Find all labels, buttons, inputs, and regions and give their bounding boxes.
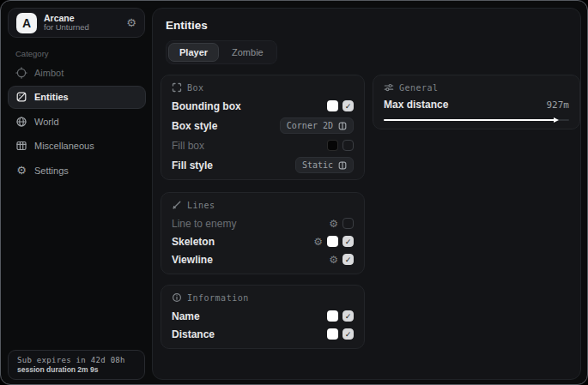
setting-label: Max distance (384, 99, 448, 111)
sliders-icon (384, 82, 394, 93)
sidebar-item-entities[interactable]: Entities (8, 86, 146, 109)
header-gear-icon[interactable]: ⚙ (126, 16, 136, 29)
color-swatch[interactable] (327, 236, 338, 247)
setting-row-viewline: Viewline ⚙ (172, 250, 354, 268)
sub-expiry-text: Sub expires in 42d 08h (17, 356, 136, 364)
setting-label: Skeleton (172, 236, 215, 248)
subscription-box: Sub expires in 42d 08h session duration … (8, 350, 145, 380)
section-title: Lines (187, 201, 215, 210)
tab-zombie[interactable]: Zombie (221, 43, 275, 62)
setting-row-name: Name (172, 307, 354, 325)
frame-corners-icon (172, 82, 182, 93)
tab-player[interactable]: Player (168, 43, 219, 62)
setting-label: Fill style (172, 159, 213, 171)
setting-row-skeleton: Skeleton ⚙ (172, 232, 354, 250)
box-style-dropdown[interactable]: Corner 2D (280, 117, 354, 134)
row-settings-gear-icon[interactable]: ⚙ (329, 219, 338, 229)
sidebar-item-label: World (34, 117, 59, 127)
setting-row-fill-box: Fill box (172, 136, 354, 154)
section-title: Information (187, 293, 249, 303)
sidebar: A Arcane for Unturned ⚙ Category Aimbot (1, 1, 152, 384)
selector-icon (338, 122, 347, 130)
general-card: General Max distance 927m (373, 75, 580, 129)
setting-row-bounding-box: Bounding box (172, 97, 354, 115)
information-card-header: Information (172, 292, 354, 304)
section-title: General (399, 83, 439, 93)
app-subtitle: for Unturned (44, 23, 89, 33)
box-card-header: Box (172, 81, 354, 93)
box-card: Box Bounding box Box style Corner 2D (161, 75, 365, 180)
gear-icon: ⚙ (15, 165, 27, 176)
entity-tabs: Player Zombie (166, 40, 277, 64)
max-distance-row: Max distance 927m (384, 97, 569, 112)
sidebar-item-label: Settings (34, 165, 69, 176)
setting-row-fill-style: Fill style Static (172, 156, 354, 174)
sidebar-item-aimbot[interactable]: Aimbot (8, 61, 146, 84)
information-card: Information Name Distance (161, 285, 365, 349)
app-title-block: Arcane for Unturned (44, 13, 89, 33)
sidebar-item-settings[interactable]: ⚙ Settings (8, 159, 146, 182)
sidebar-item-label: Entities (34, 92, 69, 102)
row-settings-gear-icon[interactable]: ⚙ (329, 255, 338, 265)
setting-row-line-to-enemy: Line to enemy ⚙ (172, 214, 354, 232)
color-swatch[interactable] (327, 328, 338, 340)
setting-label: Box style (172, 120, 217, 132)
setting-label: Viewline (172, 254, 213, 266)
main-panel: Entities Player Zombie Box Bounding box (152, 8, 581, 380)
max-distance-slider[interactable] (384, 117, 569, 123)
general-card-header: General (384, 81, 569, 93)
color-swatch[interactable] (327, 140, 338, 151)
app-logo: A (16, 13, 37, 33)
sidebar-item-world[interactable]: World (8, 110, 146, 133)
setting-label: Distance (172, 328, 215, 340)
dropdown-value: Static (302, 160, 333, 170)
section-title: Box (187, 83, 204, 93)
selector-icon (338, 161, 347, 170)
diagonal-line-icon (172, 200, 182, 210)
checkbox[interactable] (342, 218, 354, 229)
checkbox[interactable] (342, 310, 354, 322)
info-icon (172, 292, 182, 303)
slider-fill (384, 119, 555, 121)
crosshair-icon (15, 67, 27, 79)
checkbox[interactable] (342, 100, 354, 111)
setting-label: Line to enemy (172, 218, 236, 230)
color-swatch[interactable] (327, 310, 338, 322)
sidebar-item-label: Miscellaneous (34, 141, 94, 151)
max-distance-value: 927m (547, 99, 570, 111)
app-window: A Arcane for Unturned ⚙ Category Aimbot (0, 0, 588, 385)
session-duration-text: session duration 2m 9s (17, 365, 136, 374)
entities-icon (15, 91, 27, 103)
category-label: Category (15, 49, 49, 58)
lines-card: Lines Line to enemy ⚙ Skeleton ⚙ Viewlin… (161, 192, 365, 274)
globe-icon (15, 116, 27, 128)
sidebar-item-label: Aimbot (34, 68, 64, 78)
row-settings-gear-icon[interactable]: ⚙ (313, 237, 323, 247)
color-swatch[interactable] (327, 100, 338, 111)
setting-row-box-style: Box style Corner 2D (172, 117, 354, 135)
setting-label: Bounding box (172, 100, 241, 112)
setting-row-distance: Distance (172, 325, 354, 343)
checkbox[interactable] (342, 140, 354, 151)
lines-card-header: Lines (172, 199, 354, 211)
setting-label: Fill box (172, 140, 204, 152)
checkbox[interactable] (342, 236, 354, 247)
sidebar-item-miscellaneous[interactable]: Miscellaneous (8, 135, 146, 158)
checkbox[interactable] (342, 254, 354, 265)
dropdown-value: Corner 2D (287, 121, 333, 130)
grid-icon (15, 140, 27, 152)
setting-label: Name (172, 310, 200, 322)
checkbox[interactable] (342, 328, 354, 340)
page-title: Entities (166, 19, 208, 32)
app-header-card: A Arcane for Unturned ⚙ (8, 8, 145, 38)
sidebar-nav: Aimbot Entities World (8, 61, 146, 183)
fill-style-dropdown[interactable]: Static (295, 157, 354, 173)
